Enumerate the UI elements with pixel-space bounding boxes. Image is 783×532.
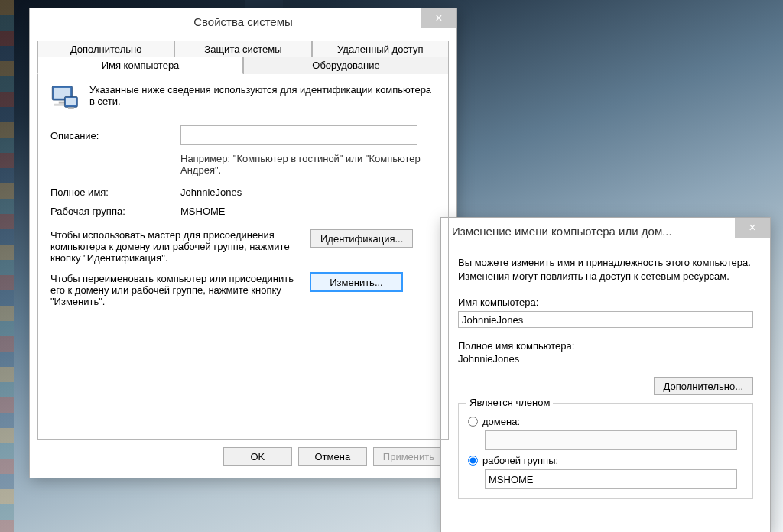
tab-panel-computer-name: Указанные ниже сведения используются для… [37, 73, 449, 440]
change-button[interactable]: Изменить... [310, 273, 402, 291]
tab-computer-name[interactable]: Имя компьютера [37, 57, 243, 74]
change-title: Изменение имени компьютера или дом... [452, 225, 672, 238]
computer-icon [50, 84, 79, 112]
sysprops-client: Дополнительно Защита системы Удаленный д… [30, 34, 456, 478]
fullname-label: Полное имя: [50, 187, 180, 198]
fullname-value: JohnnieJones [180, 187, 242, 198]
description-hint: Например: "Компьютер в гостиной" или "Ко… [180, 153, 436, 176]
tab-advanced[interactable]: Дополнительно [37, 41, 174, 57]
svg-rect-6 [68, 107, 74, 109]
workgroup-radio[interactable] [468, 456, 478, 466]
close-icon[interactable]: × [735, 218, 770, 238]
change-name-window: Изменение имени компьютера или дом... × … [440, 217, 771, 532]
desktop: Свойства системы × Дополнительно Защита … [0, 0, 783, 532]
change-client: Вы можете изменить имя и принадлежность … [441, 244, 770, 511]
description-input[interactable] [180, 125, 417, 145]
svg-rect-5 [66, 98, 76, 105]
more-button[interactable]: Дополнительно... [654, 377, 753, 395]
system-properties-window: Свойства системы × Дополнительно Защита … [29, 8, 457, 478]
domain-radio[interactable] [468, 417, 478, 427]
close-icon[interactable]: × [421, 8, 456, 28]
member-of-group: Является членом домена: рабочей группы: [458, 403, 753, 499]
description-label: Описание: [50, 130, 180, 141]
change-text: Чтобы переименовать компьютер или присое… [50, 273, 303, 307]
sysprops-bottom-buttons: OK Отмена Применить [37, 440, 449, 470]
ok-button[interactable]: OK [223, 447, 292, 466]
sysprops-title: Свойства системы [193, 15, 293, 28]
workgroup-input[interactable] [485, 469, 737, 489]
network-id-text: Чтобы использовать мастер для присоедине… [50, 229, 303, 264]
workgroup-label: Рабочая группа: [50, 206, 180, 217]
change-intro: Вы можете изменить имя и принадлежность … [458, 256, 753, 283]
taskbar-left-strip [0, 0, 14, 532]
workgroup-radio-label: рабочей группы: [482, 455, 558, 466]
change-titlebar: Изменение имени компьютера или дом... × [441, 218, 770, 244]
full-computer-name-value: JohnnieJones [458, 353, 753, 365]
intro-text: Указанные ниже сведения используются для… [89, 84, 436, 112]
computer-name-label: Имя компьютера: [458, 297, 753, 308]
domain-radio-label: домена: [482, 416, 520, 427]
member-of-legend: Является членом [466, 397, 553, 408]
sysprops-titlebar: Свойства системы × [30, 8, 456, 34]
tab-remote[interactable]: Удаленный доступ [312, 41, 449, 57]
computer-name-input[interactable] [458, 311, 753, 328]
tab-hardware[interactable]: Оборудование [243, 57, 449, 74]
cancel-button[interactable]: Отмена [298, 447, 367, 466]
workgroup-value: MSHOME [180, 206, 226, 217]
top-app-stub [245, 0, 283, 8]
tab-system-protection[interactable]: Защита системы [174, 41, 311, 57]
apply-button[interactable]: Применить [373, 447, 444, 466]
full-computer-name-label: Полное имя компьютера: [458, 340, 753, 352]
network-id-button[interactable]: Идентификация... [310, 229, 413, 248]
tab-host: Дополнительно Защита системы Удаленный д… [37, 41, 449, 440]
domain-input[interactable] [485, 430, 737, 450]
